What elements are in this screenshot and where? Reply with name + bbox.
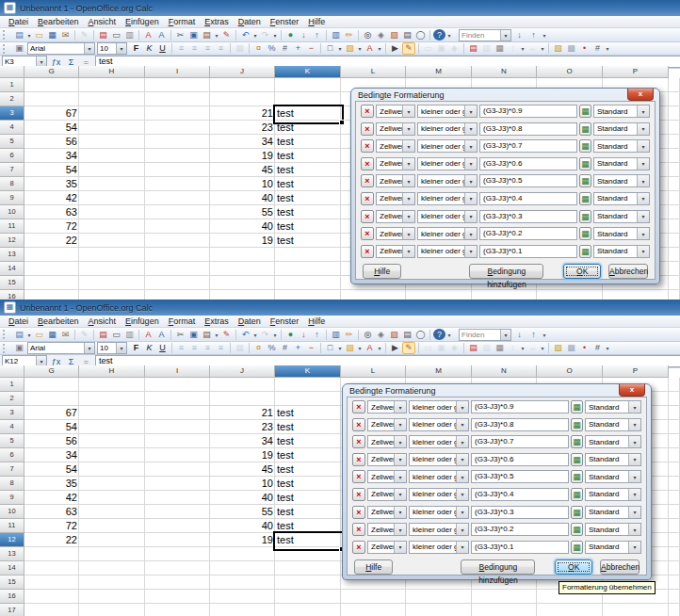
zoom-icon[interactable]: ◯ (414, 29, 427, 41)
function-wizard-icon[interactable]: ƒx (50, 57, 62, 67)
cell-style-select-dropdown-icon[interactable]: ▾ (637, 175, 649, 186)
find-overflow-icon[interactable]: ▾ (542, 32, 547, 39)
paste-icon[interactable]: ▤ (201, 29, 213, 41)
toolbar-grip[interactable] (3, 344, 9, 353)
condition-formula-input[interactable]: (G3-J3)*0.9 (471, 400, 569, 413)
gallery-icon[interactable]: ▨ (388, 29, 400, 41)
cell-k9[interactable]: test (275, 492, 341, 504)
menu-hilfe[interactable]: Hilfe (303, 16, 330, 27)
insert-gallery-icon[interactable]: ▧ (552, 43, 564, 55)
row-header-9[interactable]: 9 (0, 191, 24, 205)
cell-j11[interactable]: 40 (210, 520, 275, 532)
find-input[interactable]: Finden ▾ (459, 29, 511, 41)
shrink-icon[interactable]: ▦ (579, 210, 591, 223)
snap-pin-icon[interactable]: • (578, 43, 591, 55)
condition-operator-select-dropdown-icon[interactable]: ▾ (456, 436, 468, 447)
grid-visible-icon[interactable]: ▦ (494, 43, 506, 55)
underline-button[interactable]: U (156, 43, 169, 55)
snap-pin-icon[interactable]: • (578, 343, 591, 354)
cell-style-select-dropdown-icon[interactable]: ▾ (628, 454, 640, 465)
cell-g3[interactable]: 67 (24, 107, 79, 120)
condition-type-select[interactable]: Zellwert ist▾ (376, 122, 415, 136)
menu-format[interactable]: Format (164, 16, 201, 27)
borders-icon-dropdown[interactable]: ▾ (337, 345, 343, 351)
ok-button[interactable]: OK (555, 559, 592, 575)
hyperlink-icon[interactable]: ● (284, 29, 297, 41)
new-document-icon-dropdown[interactable]: ▾ (26, 332, 32, 338)
styles-formatting-icon[interactable]: ▣ (13, 343, 25, 354)
column-header-n[interactable]: N (472, 365, 537, 378)
condition-type-select-dropdown-icon[interactable]: ▾ (402, 175, 414, 186)
new-document-icon[interactable]: ▤ (13, 329, 25, 340)
condition-type-select-dropdown-icon[interactable]: ▾ (394, 436, 406, 447)
delete-condition-button[interactable]: × (361, 105, 374, 118)
delete-condition-button[interactable]: × (352, 453, 365, 466)
condition-operator-select-dropdown-icon[interactable]: ▾ (456, 471, 468, 482)
row-header-1[interactable]: 1 (0, 378, 24, 392)
row-header-6[interactable]: 6 (0, 448, 24, 462)
row-header-8[interactable]: 8 (0, 177, 24, 191)
cell-j12[interactable]: 19 (210, 534, 275, 546)
chart-icon[interactable]: ▥ (330, 29, 342, 41)
borders-icon[interactable]: □ (324, 343, 336, 354)
sort-ascending-icon[interactable]: ↓ (298, 329, 310, 340)
font-color-icon-dropdown[interactable]: ▾ (377, 345, 382, 351)
print-icon[interactable]: ▭ (110, 29, 122, 41)
condition-type-select-dropdown-icon[interactable]: ▾ (402, 211, 414, 222)
cell-k9[interactable]: test (275, 192, 341, 204)
condition-type-select[interactable]: Zellwert ist▾ (367, 488, 407, 501)
cell-g5[interactable]: 56 (24, 136, 79, 148)
condition-type-select[interactable]: Zellwert ist▾ (376, 245, 415, 258)
cell-style-select-dropdown-icon[interactable]: ▾ (637, 123, 649, 135)
cell-style-select[interactable]: Standard▾ (593, 174, 650, 187)
open-folder-icon[interactable]: ▭ (33, 29, 45, 41)
cell-j4[interactable]: 23 (210, 421, 275, 433)
align-right-icon[interactable]: ≡ (202, 343, 214, 354)
menu-format[interactable]: Format (164, 316, 201, 327)
condition-operator-select[interactable]: kleiner oder gleich▾ (409, 400, 469, 413)
paste-icon[interactable]: ▤ (201, 329, 213, 340)
condition-formula-input[interactable]: (G3-J3)*0.6 (479, 157, 577, 170)
condition-operator-select[interactable]: kleiner oder gleich▾ (417, 157, 478, 170)
paste-icon-dropdown[interactable]: ▾ (214, 32, 219, 39)
condition-type-select-dropdown-icon[interactable]: ▾ (394, 542, 406, 553)
cell-style-select[interactable]: Standard▾ (593, 192, 650, 205)
cell-style-select[interactable]: Standard▾ (585, 470, 641, 483)
cell-j7[interactable]: 45 (210, 164, 275, 176)
cell-k3[interactable]: test (275, 407, 341, 419)
condition-type-select[interactable]: Zellwert ist▾ (376, 157, 415, 170)
condition-formula-input[interactable]: (G3-J3)*0.8 (471, 418, 569, 431)
condition-formula-input[interactable]: (G3-J3)*0.4 (471, 488, 569, 501)
new-document-icon[interactable]: ▤ (13, 29, 25, 41)
cell-style-select-dropdown-icon[interactable]: ▾ (628, 489, 640, 500)
condition-formula-input[interactable]: (G3-J3)*0.8 (479, 122, 577, 136)
row-header-1[interactable]: 1 (0, 78, 24, 92)
condition-type-select[interactable]: Zellwert ist▾ (376, 192, 415, 205)
close-icon[interactable]: x (619, 384, 645, 397)
condition-operator-select[interactable]: kleiner oder gleich▾ (409, 488, 469, 501)
cell-j4[interactable]: 23 (210, 122, 275, 134)
redo-icon-dropdown[interactable]: ▾ (272, 32, 278, 39)
anchor-icon-dropdown[interactable]: ▾ (520, 345, 526, 351)
delete-condition-button[interactable]: × (352, 400, 365, 413)
cut-icon[interactable]: ✂ (174, 329, 186, 340)
condition-type-select-dropdown-icon[interactable]: ▾ (402, 140, 414, 152)
condition-formula-input[interactable]: (G3-J3)*0.3 (471, 506, 569, 519)
column-header-i[interactable]: I (145, 66, 210, 78)
cell-k8[interactable]: test (275, 178, 341, 190)
shrink-icon[interactable]: ▦ (571, 506, 583, 519)
condition-type-select[interactable]: Zellwert ist▾ (367, 453, 407, 466)
condition-type-select[interactable]: Zellwert ist▾ (376, 174, 415, 187)
condition-type-select[interactable]: Zellwert ist▾ (376, 210, 415, 223)
font-name-select[interactable]: Arial ▾ (27, 42, 95, 55)
data-sources-icon[interactable]: ▤ (401, 329, 413, 340)
condition-formula-input[interactable]: (G3-J3)*0.4 (479, 192, 577, 205)
shrink-icon[interactable]: ▦ (571, 523, 583, 536)
row-header-10[interactable]: 10 (0, 505, 24, 519)
show-grid-icon[interactable]: ▩ (565, 343, 577, 354)
cell-j10[interactable]: 55 (210, 506, 275, 518)
find-next-icon[interactable]: ↓ (513, 29, 526, 41)
cell-style-select[interactable]: Standard▾ (593, 139, 650, 153)
cell-style-select[interactable]: Standard▾ (585, 541, 641, 554)
format-paintbrush-icon[interactable]: ✎ (220, 29, 233, 41)
